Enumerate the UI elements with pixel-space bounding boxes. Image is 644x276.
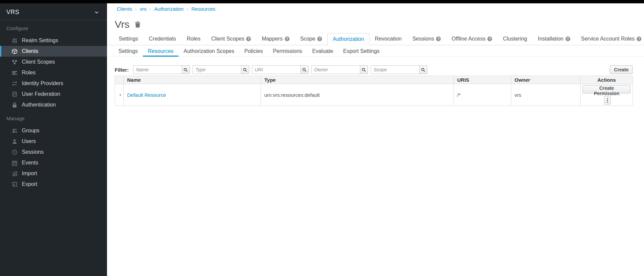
subtab-policies[interactable]: Policies	[239, 46, 268, 57]
subtab-authorization-scopes[interactable]: Authorization Scopes	[178, 46, 239, 57]
resource-owner-cell: vrs	[511, 84, 581, 106]
main-content: Clients › vrs › Authorization › Resource…	[107, 3, 644, 276]
search-icon	[243, 68, 247, 72]
tab-clustering[interactable]: Clustering	[497, 33, 532, 45]
sidebar-item-import[interactable]: Import	[0, 168, 107, 179]
sidebar-item-label: Client Scopes	[22, 59, 55, 65]
tab-service-account-roles[interactable]: Service Account Roles	[576, 33, 644, 45]
column-header-owner: Owner	[511, 76, 581, 84]
type-search-button[interactable]	[241, 65, 249, 74]
sidebar-item-label: Clients	[22, 48, 38, 54]
sidebar-item-user-federation[interactable]: User Federation	[0, 89, 107, 99]
type-filter-group	[193, 65, 249, 74]
client-tabs: Settings Credentials Roles Client Scopes…	[107, 33, 644, 45]
tab-credentials[interactable]: Credentials	[144, 33, 181, 45]
sidebar-item-users[interactable]: Users	[0, 136, 107, 147]
tab-authorization[interactable]: Authorization	[327, 33, 369, 45]
tab-offline-access[interactable]: Offline Access	[446, 33, 497, 45]
breadcrumb-vrs[interactable]: vrs	[140, 6, 147, 12]
realm-name: VRS	[6, 9, 19, 16]
owner-filter-input[interactable]	[311, 65, 360, 74]
breadcrumb: Clients › vrs › Authorization › Resource…	[107, 3, 644, 12]
kebab-menu-button[interactable]	[604, 96, 611, 105]
table-row: Default Resource urn:vrs:resources:defau…	[115, 84, 633, 106]
create-permission-button[interactable]: Create Permission	[583, 85, 631, 93]
tab-sessions[interactable]: Sessions	[407, 33, 446, 45]
sidebar-item-client-scopes[interactable]: Client Scopes	[0, 57, 107, 67]
subtab-permissions[interactable]: Permissions	[268, 46, 307, 57]
sidebar-item-identity-providers[interactable]: Identity Providers	[0, 78, 107, 89]
top-navbar	[0, 0, 644, 3]
resource-name-cell: Default Resource	[124, 84, 261, 106]
import-icon	[12, 171, 17, 177]
sidebar-item-label: Realm Settings	[22, 38, 58, 44]
sidebar-item-label: Import	[22, 170, 37, 177]
help-icon	[566, 37, 570, 41]
name-filter-group	[133, 65, 190, 74]
chevron-down-icon	[94, 10, 99, 15]
exchange-arrows-icon	[12, 81, 17, 86]
resource-name-link[interactable]: Default Resource	[127, 92, 166, 98]
delete-client-trash-icon[interactable]	[135, 21, 141, 28]
name-filter-input[interactable]	[133, 65, 182, 74]
angle-right-icon	[118, 93, 122, 97]
clock-icon	[12, 149, 17, 155]
tab-installation[interactable]: Installation	[532, 33, 576, 45]
sidebar-item-groups[interactable]: Groups	[0, 125, 107, 136]
column-header-type: Type	[261, 76, 454, 84]
breadcrumb-clients[interactable]: Clients	[117, 6, 132, 12]
scope-filter-group	[371, 65, 427, 74]
subtab-resources[interactable]: Resources	[143, 46, 178, 57]
sidebar-item-sessions[interactable]: Sessions	[0, 147, 107, 157]
tab-client-scopes[interactable]: Client Scopes	[206, 33, 257, 45]
sidebar-item-roles[interactable]: Roles	[0, 67, 107, 78]
tab-scope[interactable]: Scope	[295, 33, 327, 45]
breadcrumb-authorization[interactable]: Authorization	[154, 6, 184, 12]
owner-search-button[interactable]	[360, 65, 368, 74]
configure-nav: Realm Settings Clients Client Scopes Rol…	[0, 35, 107, 110]
authorization-subtabs: Settings Resources Authorization Scopes …	[107, 46, 644, 57]
column-header-actions: Actions	[581, 76, 633, 84]
filter-label: Filter:	[115, 67, 129, 73]
subtab-evaluate[interactable]: Evaluate	[307, 46, 338, 57]
breadcrumb-separator-icon: ›	[186, 6, 188, 12]
sliders-icon	[12, 38, 17, 44]
sidebar-item-authentication[interactable]: Authentication	[0, 99, 107, 110]
scope-filter-input[interactable]	[371, 65, 420, 74]
section-label-manage: Manage	[6, 116, 107, 121]
column-header-uris: URIS	[454, 76, 511, 84]
tab-revocation[interactable]: Revocation	[369, 33, 407, 45]
sidebar-item-clients[interactable]: Clients	[0, 46, 107, 57]
row-expand-toggle[interactable]	[115, 84, 124, 106]
sidebar-item-events[interactable]: Events	[0, 157, 107, 168]
sidebar-item-label: User Federation	[22, 91, 60, 97]
uri-filter-input[interactable]	[252, 65, 301, 74]
expand-column-header	[115, 76, 124, 84]
help-icon	[317, 37, 322, 41]
subtab-export-settings[interactable]: Export Settings	[338, 46, 385, 57]
create-resource-button[interactable]: Create	[610, 65, 633, 74]
subtab-settings[interactable]: Settings	[113, 46, 143, 57]
scope-search-button[interactable]	[419, 65, 427, 74]
resource-type-cell: urn:vrs:resources:default	[261, 84, 454, 106]
sidebar-item-export[interactable]: Export	[0, 179, 107, 190]
name-search-button[interactable]	[182, 65, 190, 74]
sidebar-item-label: Groups	[22, 128, 39, 134]
tab-mappers[interactable]: Mappers	[256, 33, 294, 45]
filter-toolbar: Filter:	[115, 65, 633, 74]
sidebar-item-label: Export	[22, 181, 37, 187]
sidebar-item-realm-settings[interactable]: Realm Settings	[0, 35, 107, 46]
type-filter-input[interactable]	[193, 65, 241, 74]
lock-icon	[12, 102, 17, 108]
search-icon	[421, 68, 425, 72]
sidebar-item-label: Identity Providers	[22, 80, 63, 86]
tab-roles[interactable]: Roles	[181, 33, 206, 45]
tab-settings[interactable]: Settings	[113, 33, 144, 45]
sidebar-item-label: Users	[22, 138, 36, 144]
database-icon	[12, 91, 17, 97]
page-title: Vrs	[115, 19, 129, 30]
sidebar-item-label: Events	[22, 160, 38, 166]
uri-search-button[interactable]	[301, 65, 309, 74]
cube-icon	[12, 49, 17, 54]
breadcrumb-resources[interactable]: Resources	[191, 6, 215, 12]
